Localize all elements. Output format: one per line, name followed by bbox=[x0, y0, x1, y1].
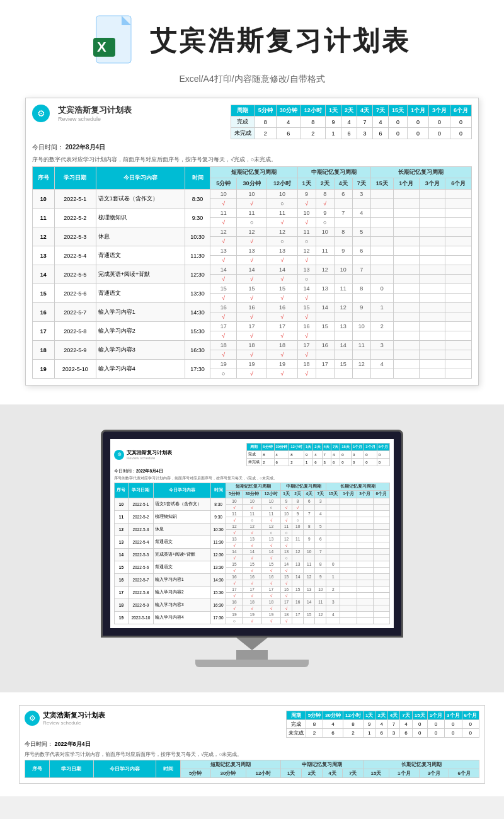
svg-text:X: X bbox=[97, 39, 106, 55]
bottom-sheet-subtitle: Review schedule bbox=[43, 720, 105, 726]
bottom-header: ⚙ 艾宾浩斯复习计划表 Review schedule 周期 5分钟 30分钟 … bbox=[25, 711, 479, 738]
table-row: 122022-5-3休息10:30121212111085 bbox=[33, 227, 472, 237]
section-divider-2 bbox=[0, 680, 504, 692]
table-row: 142022-5-5完成英语+阅读+背默12:301414141312107 bbox=[33, 265, 472, 275]
bottom-logo: ⚙ bbox=[25, 711, 40, 726]
sheet-header: ⚙ 艾宾浩斯复习计划表 Review schedule 周期 5分钟 30分钟 … bbox=[32, 105, 472, 139]
bottom-stats-table: 周期 5分钟 30分钟 12小时 1天 2天 4天 7天 15天 1个月 3个月… bbox=[286, 711, 479, 738]
table-row: 132022-5-4背通语文11:30131313121196 bbox=[33, 246, 472, 256]
table-row: 192022-5-10输入学习内容417:30191919181715124 bbox=[115, 612, 390, 618]
monitor-note: 序号的数字代表对应学习计划内容，前面序号对应后面序号，按序号复习每天，√完成，○… bbox=[114, 476, 390, 481]
monitor-stats: 周期 5分钟 30分钟 12小时 1天 2天 4天 7天 15天 1个月 3个月… bbox=[246, 443, 390, 466]
bottom-note: 序号的数字代表对应学习计划内容，前面序号对应后面序号，按序号复习每天，√完成，○… bbox=[25, 751, 479, 758]
table-row: 162022-5-7输入学习内容114:3016161615141291 bbox=[33, 303, 472, 312]
main-title: 艾宾浩斯复习计划表 bbox=[150, 23, 411, 59]
monitor-main-table: 序号 学习日期 今日学习内容 时间 短期记忆复习周期 中期记忆复习周期 长期记忆… bbox=[114, 483, 390, 624]
monitor-base bbox=[195, 660, 309, 667]
table-row: 152022-5-6背通语文13:3015151514131180 bbox=[33, 284, 472, 294]
monitor-title: 艾宾浩斯复习计划表 bbox=[127, 449, 172, 456]
table-row: 142022-5-5完成英语+阅读+背默12:301414141312107 bbox=[115, 549, 390, 555]
monitor-inner: ⚙ 艾宾浩斯复习计划表 Review schedule 周期 5分钟 30分钟 … bbox=[110, 439, 394, 628]
sheet-title: 艾宾浩斯复习计划表 bbox=[58, 105, 132, 116]
table-row: 182022-5-9输入学习内容316:30181818171614113 bbox=[33, 341, 472, 350]
stats-table: 周期 5分钟 30分钟 12小时 1天 2天 4天 7天 15天 1个月 3个月… bbox=[231, 105, 472, 139]
monitor-screen: ⚙ 艾宾浩斯复习计划表 Review schedule 周期 5分钟 30分钟 … bbox=[101, 430, 403, 638]
bottom-title-group: ⚙ 艾宾浩斯复习计划表 Review schedule bbox=[25, 711, 105, 726]
monitor-neck bbox=[236, 650, 268, 660]
monitor-section: ⚙ 艾宾浩斯复习计划表 Review schedule 周期 5分钟 30分钟 … bbox=[0, 417, 504, 680]
excel-icon: X bbox=[93, 13, 137, 69]
monitor-subtitle: Review schedule bbox=[127, 456, 172, 460]
spreadsheet-preview: ⚙ 艾宾浩斯复习计划表 Review schedule 周期 5分钟 30分钟 … bbox=[25, 98, 479, 386]
table-row: 122022-5-3休息10:30121212111085 bbox=[115, 524, 390, 530]
table-row: 102022-5-1语文1套试卷（含作文）8:301010109863 bbox=[115, 498, 390, 505]
table-row: 112022-5-2梳理物知识9:3011111110974 bbox=[33, 209, 472, 218]
table-row: 162022-5-7输入学习内容114:3016161615141291 bbox=[115, 574, 390, 580]
bottom-main-table: 序号 学习日期 今日学习内容 时间 短期记忆复习周期 中期记忆复习周期 长期记忆… bbox=[25, 760, 479, 778]
sheet-logo: ⚙ bbox=[32, 105, 50, 122]
subtitle: Excel/A4打印/内容随意修改/自带格式 bbox=[179, 74, 324, 85]
sheet-subtitle: Review schedule bbox=[58, 116, 132, 122]
bottom-section: ⚙ 艾宾浩斯复习计划表 Review schedule 周期 5分钟 30分钟 … bbox=[0, 692, 504, 796]
bottom-sheet: ⚙ 艾宾浩斯复习计划表 Review schedule 周期 5分钟 30分钟 … bbox=[19, 705, 485, 784]
monitor-stand bbox=[195, 638, 309, 667]
monitor-neck-top bbox=[236, 638, 268, 650]
monitor-logo: ⚙ bbox=[114, 450, 124, 460]
bottom-today: 今日时间： 2022年8月4日 bbox=[25, 740, 479, 748]
monitor-container: ⚙ 艾宾浩斯复习计划表 Review schedule 周期 5分钟 30分钟 … bbox=[101, 430, 403, 667]
note-text: 序号的数字代表对应学习计划内容，前面序号对应后面序号，按序号复习每天，√完成，○… bbox=[32, 156, 472, 164]
main-table: 序号 学习日期 今日学习内容 时间 短期记忆复习周期 中期记忆复习周期 长期记忆… bbox=[32, 166, 472, 379]
today-row: 今日时间： 2022年8月4日 bbox=[32, 143, 472, 152]
bottom-sheet-title: 艾宾浩斯复习计划表 bbox=[43, 711, 105, 720]
table-row: 102022-5-1语文1套试卷（含作文）8:301010109863 bbox=[33, 190, 472, 199]
section-divider-1 bbox=[0, 404, 504, 417]
table-row: 112022-5-2梳理物知识9:3011111110974 bbox=[115, 511, 390, 517]
table-row: 182022-5-9输入学习内容316:30181818171614113 bbox=[115, 599, 390, 605]
table-row: 132022-5-4背通语文11:30131313121196 bbox=[115, 536, 390, 542]
table-row: 172022-5-8输入学习内容215:30171717161513102 bbox=[115, 587, 390, 593]
top-section: X 艾宾浩斯复习计划表 Excel/A4打印/内容随意修改/自带格式 ⚙ 艾宾浩… bbox=[0, 0, 504, 404]
table-row: 152022-5-6背通语文13:3015151514131180 bbox=[115, 561, 390, 568]
table-row: 172022-5-8输入学习内容215:30171717161513102 bbox=[33, 322, 472, 331]
table-row: 192022-5-10输入学习内容417:30191919181715124 bbox=[33, 360, 472, 369]
title-row: X 艾宾浩斯复习计划表 bbox=[93, 13, 411, 69]
monitor-today: 今日时间：2022年8月4日 bbox=[114, 469, 390, 474]
